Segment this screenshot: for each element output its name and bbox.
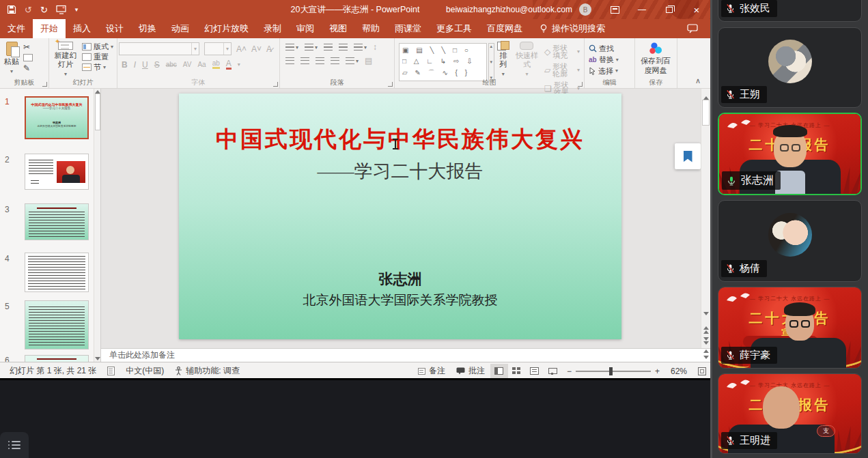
close-button[interactable]: × bbox=[683, 0, 710, 19]
present-display-icon[interactable] bbox=[56, 5, 67, 14]
redo-icon[interactable]: ↻ bbox=[40, 5, 48, 14]
account-avatar[interactable]: B bbox=[579, 3, 591, 16]
tab-slideshow[interactable]: 幻灯片放映 bbox=[197, 19, 256, 38]
sidebar-scrollbar[interactable] bbox=[710, 0, 712, 458]
slide-canvas[interactable]: 中国式现代化与中华民族伟大复兴 ——学习二十大报告 张志洲 北京外国语大学国际关… bbox=[101, 89, 710, 348]
smartart-convert-button[interactable]: ▤ bbox=[365, 57, 372, 65]
change-case-button[interactable]: Aa bbox=[197, 61, 206, 68]
qat-customize-icon[interactable]: ▾ bbox=[75, 7, 79, 13]
columns-button[interactable]: ▾ bbox=[346, 57, 359, 64]
tab-home[interactable]: 开始 bbox=[33, 19, 66, 38]
zoom-in-button[interactable]: + bbox=[655, 367, 665, 376]
slide-thumbnail-4[interactable] bbox=[25, 253, 89, 292]
paragraph-dialog-launcher[interactable] bbox=[388, 82, 393, 87]
align-right-button[interactable] bbox=[316, 57, 324, 64]
clear-formatting-button[interactable]: A̷ bbox=[266, 45, 272, 53]
participant-tile-zhang-zhizhou[interactable]: — 学习二十大 永远在路上 — 二十大报告 张志洲 bbox=[718, 113, 862, 195]
slide-1[interactable]: 中国式现代化与中华民族伟大复兴 ——学习二十大报告 张志洲 北京外国语大学国际关… bbox=[179, 94, 621, 339]
reset-button[interactable]: 重置 bbox=[82, 53, 113, 61]
minimize-button[interactable]: — bbox=[628, 0, 656, 19]
clipboard-dialog-launcher[interactable] bbox=[42, 82, 47, 87]
numbering-button[interactable]: ▾ bbox=[305, 44, 318, 51]
thumbnails-scrollbar[interactable] bbox=[94, 89, 100, 362]
notes-placeholder[interactable]: 单击此处添加备注 bbox=[101, 349, 175, 361]
participant-tile-yang-qian[interactable]: 杨倩 bbox=[718, 200, 862, 282]
tab-view[interactable]: 视图 bbox=[322, 19, 354, 38]
tab-baidu-netdisk[interactable]: 百度网盘 bbox=[479, 19, 530, 38]
shape-outline-button[interactable]: ▱形状轮廓▾ bbox=[544, 63, 580, 78]
subscript-button[interactable]: abc bbox=[166, 61, 177, 68]
quick-styles-button[interactable]: 快速样式 ▾ bbox=[512, 40, 542, 78]
find-button[interactable]: 查找 bbox=[589, 44, 619, 53]
thumb-scroll-down-icon[interactable] bbox=[95, 357, 100, 360]
tab-transitions[interactable]: 切换 bbox=[131, 19, 164, 38]
slide-author-text[interactable]: 张志洲 bbox=[179, 270, 621, 289]
tab-file[interactable]: 文件 bbox=[0, 19, 33, 38]
participant-tile-wang-mingjin[interactable]: — 学习二十大 永远在路上 — 二十大报告 会 支 王明进 bbox=[718, 373, 862, 454]
replace-button[interactable]: ab 替换▾ bbox=[589, 56, 619, 63]
tab-more-tools[interactable]: 更多工具 bbox=[429, 19, 479, 38]
shape-fill-button[interactable]: ◇形状填充▾ bbox=[544, 44, 580, 59]
member-list-button[interactable] bbox=[0, 432, 29, 458]
bookmark-popup[interactable] bbox=[675, 143, 701, 169]
display-settings-icon[interactable] bbox=[102, 367, 120, 375]
layout-button[interactable]: 版式▾ bbox=[82, 43, 113, 51]
language-indicator[interactable]: 中文(中国) bbox=[120, 365, 169, 377]
italic-button[interactable]: I bbox=[134, 61, 136, 69]
new-slide-button[interactable]: 新建幻灯片 ▾ bbox=[51, 40, 81, 78]
tab-animations[interactable]: 动画 bbox=[164, 19, 197, 38]
undo-icon[interactable]: ↺ bbox=[25, 5, 32, 14]
grow-font-button[interactable]: A˄ bbox=[236, 45, 247, 53]
zoom-slider-thumb[interactable] bbox=[609, 367, 613, 375]
slide-affiliation-text[interactable]: 北京外国语大学国际关系学院教授 bbox=[179, 291, 621, 309]
shapes-gallery-scrollbar[interactable]: ▲▼▼ bbox=[488, 43, 494, 81]
save-to-baidu-button[interactable]: 保存到百度网盘 bbox=[636, 40, 675, 78]
bold-button[interactable]: B bbox=[122, 61, 128, 69]
notes-scrollbar[interactable] bbox=[703, 349, 709, 359]
view-slide-sorter-button[interactable] bbox=[508, 364, 526, 379]
tab-design[interactable]: 设计 bbox=[98, 19, 131, 38]
text-direction-button[interactable]: ↕ bbox=[373, 43, 377, 51]
align-left-button[interactable] bbox=[285, 57, 294, 64]
save-icon[interactable] bbox=[7, 5, 16, 14]
select-button[interactable]: 选择▾ bbox=[589, 67, 619, 75]
slide-title-text[interactable]: 中国式现代化与中华民族伟大复兴 bbox=[179, 124, 621, 155]
paste-button[interactable]: 粘贴 ▾ bbox=[1, 40, 22, 78]
restore-button[interactable] bbox=[656, 0, 683, 19]
strikethrough-button[interactable]: S bbox=[154, 61, 160, 69]
zoom-out-button[interactable]: − bbox=[561, 367, 572, 376]
text-highlight-button[interactable]: ab bbox=[212, 60, 220, 69]
shrink-font-button[interactable]: A˅ bbox=[251, 45, 262, 53]
previous-slide-button[interactable] bbox=[703, 326, 709, 334]
increase-indent-button[interactable] bbox=[339, 44, 348, 51]
arrange-button[interactable]: 排列 ▾ bbox=[494, 40, 512, 78]
tell-me-search[interactable]: 操作说明搜索 bbox=[540, 19, 605, 38]
align-center-button[interactable] bbox=[300, 57, 309, 64]
slide-thumbnail-1[interactable]: 中国式现代化与中华民族伟大复兴 ——学习二十大报告 张志洲 北京外国语大学国际关… bbox=[25, 96, 89, 139]
drawing-dialog-launcher[interactable] bbox=[578, 82, 583, 87]
format-painter-icon[interactable]: ✎ bbox=[23, 64, 33, 72]
font-color-button[interactable]: A bbox=[226, 59, 232, 70]
slide-thumbnail-3[interactable] bbox=[25, 203, 89, 240]
copy-icon[interactable] bbox=[23, 54, 33, 61]
canvas-scroll-thumb[interactable] bbox=[702, 100, 710, 126]
font-size-dropdown[interactable]: ▾ bbox=[204, 42, 232, 55]
shapes-gallery[interactable]: ▣ ▤ ╲ ╲ □ ○ □ △ ∟ ↳ ⇨ ⇩ ▱ ✎ ⌒ ∿ { } bbox=[399, 43, 487, 81]
canvas-vertical-scrollbar[interactable] bbox=[701, 89, 710, 348]
notes-toggle-button[interactable]: 备注 bbox=[412, 365, 451, 377]
cut-icon[interactable]: ✂ bbox=[23, 43, 33, 51]
comments-bubble-icon[interactable] bbox=[687, 19, 698, 38]
slide-thumbnail-5[interactable] bbox=[25, 300, 89, 349]
view-normal-button[interactable] bbox=[490, 364, 508, 379]
bullets-button[interactable]: ▾ bbox=[285, 44, 298, 51]
justify-button[interactable] bbox=[331, 57, 339, 64]
zoom-slider[interactable] bbox=[576, 371, 651, 372]
notes-pane[interactable]: 单击此处添加备注 bbox=[101, 348, 710, 362]
tab-help[interactable]: 帮助 bbox=[354, 19, 387, 38]
slide-thumbnail-2[interactable] bbox=[25, 154, 89, 190]
comments-toggle-button[interactable]: 批注 bbox=[451, 365, 490, 377]
participant-tile-xue-yuhao[interactable]: — 学习二十大 永远在路上 — 二十大报告 宣讲 国际关系学 薛宇豪 bbox=[718, 287, 862, 369]
font-dialog-launcher[interactable] bbox=[273, 82, 278, 87]
collapse-ribbon-button[interactable]: ∧ bbox=[695, 76, 710, 88]
ribbon-display-options-button[interactable] bbox=[601, 0, 628, 19]
